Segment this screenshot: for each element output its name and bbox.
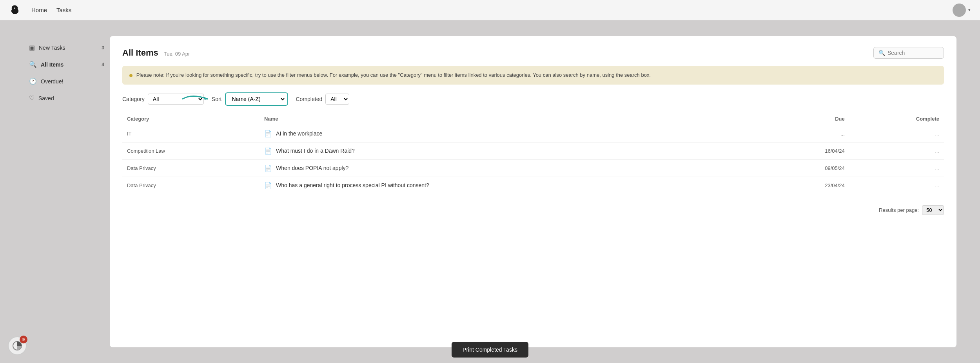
col-header-complete: Complete [849, 113, 944, 125]
cell-category: Data Privacy [122, 159, 260, 177]
svg-point-0 [14, 7, 15, 9]
completed-select[interactable]: All Yes No [325, 94, 349, 105]
info-box: Please note: If you're looking for somet… [122, 66, 944, 85]
sidebar-item-all-items[interactable]: 🔍 All Items 4 [24, 57, 110, 72]
cell-complete: ... [849, 177, 944, 194]
completed-filter-group: Completed All Yes No [296, 94, 350, 105]
items-table: Category Name Due Complete IT📄AI in the … [122, 113, 944, 194]
category-filter-group: Category All IT Competition Law Data Pri… [122, 94, 204, 105]
user-menu[interactable]: ▾ [953, 4, 971, 17]
panel-header: All Items Tue, 09 Apr 🔍 [122, 47, 944, 59]
cell-category: Competition Law [122, 142, 260, 159]
results-per-page-label: Results per page: [879, 207, 919, 213]
per-page-select[interactable]: 10 25 50 100 [922, 205, 944, 215]
bottom-bar: Print Completed Tasks [0, 336, 980, 363]
col-header-due: Due [765, 113, 849, 125]
top-navigation: Home Tasks ▾ [0, 0, 980, 20]
cell-due: 23/04/24 [765, 177, 849, 194]
sidebar-label-new-tasks: New Tasks [39, 45, 65, 51]
sidebar-label-all-items: All Items [41, 61, 64, 68]
circle-icon-button[interactable]: 9 [8, 336, 27, 355]
nav-home[interactable]: Home [31, 7, 47, 13]
item-name-text: Who has a general right to process speci… [276, 182, 429, 188]
sidebar-item-saved[interactable]: ♡ Saved [24, 90, 110, 106]
pagination-row: Results per page: 10 25 50 100 [122, 205, 944, 215]
sidebar: ▣ New Tasks 3 🔍 All Items 4 🕐 Overdue! ♡… [24, 36, 110, 347]
item-name-text: What must I do in a Dawn Raid? [276, 148, 355, 154]
content-panel: All Items Tue, 09 Apr 🔍 Please note: If … [110, 36, 956, 347]
saved-icon: ♡ [29, 94, 34, 102]
all-items-badge: 4 [102, 62, 104, 67]
cell-name[interactable]: 📄AI in the workplace [260, 125, 765, 142]
sidebar-label-saved: Saved [38, 95, 54, 101]
sort-select-wrapper: Name (A-Z) Name (Z-A) Due (Ascending) Du… [225, 92, 288, 106]
nav-tasks[interactable]: Tasks [56, 7, 71, 13]
cell-name[interactable]: 📄Who has a general right to process spec… [260, 177, 765, 194]
doc-icon: 📄 [264, 164, 272, 172]
page-title: All Items [122, 48, 158, 58]
filter-row: Category All IT Competition Law Data Pri… [122, 92, 944, 106]
svg-marker-1 [204, 97, 208, 100]
search-input[interactable] [887, 50, 938, 56]
col-header-category: Category [122, 113, 260, 125]
cell-complete: ... [849, 159, 944, 177]
main-layout: ▣ New Tasks 3 🔍 All Items 4 🕐 Overdue! ♡… [0, 20, 980, 363]
table-row[interactable]: IT📄AI in the workplace...... [122, 125, 944, 142]
doc-icon: 📄 [264, 182, 272, 189]
sidebar-item-new-tasks[interactable]: ▣ New Tasks 3 [24, 40, 110, 55]
info-dot [129, 74, 132, 77]
doc-icon: 📄 [264, 130, 272, 137]
item-name-text: AI in the workplace [276, 130, 322, 137]
item-name-text: When does POPIA not apply? [276, 165, 348, 171]
search-box[interactable]: 🔍 [873, 47, 944, 59]
col-header-name: Name [260, 113, 765, 125]
cell-category: IT [122, 125, 260, 142]
cell-category: Data Privacy [122, 177, 260, 194]
sidebar-label-overdue: Overdue! [41, 78, 64, 85]
print-completed-button[interactable]: Print Completed Tasks [452, 342, 528, 358]
cell-name[interactable]: 📄What must I do in a Dawn Raid? [260, 142, 765, 159]
avatar [953, 4, 966, 17]
new-tasks-badge: 3 [102, 45, 104, 51]
panel-date: Tue, 09 Apr [164, 51, 190, 57]
sort-filter-group: Sort Name (A-Z) Name (Z-A) Due (Ascendin… [212, 92, 288, 106]
category-label: Category [122, 96, 145, 102]
all-items-icon: 🔍 [29, 61, 37, 68]
cell-name[interactable]: 📄When does POPIA not apply? [260, 159, 765, 177]
overdue-icon: 🕐 [29, 78, 37, 85]
table-row[interactable]: Competition Law📄What must I do in a Dawn… [122, 142, 944, 159]
chevron-down-icon: ▾ [968, 7, 971, 13]
sort-label: Sort [212, 96, 222, 102]
notification-badge: 9 [20, 336, 27, 343]
logo[interactable] [9, 3, 31, 17]
completed-label: Completed [296, 96, 323, 102]
info-text: Please note: If you're looking for somet… [136, 72, 651, 78]
bottom-left-widget[interactable]: 9 [8, 336, 27, 355]
new-tasks-icon: ▣ [29, 44, 35, 51]
cell-due: 16/04/24 [765, 142, 849, 159]
panel-title-area: All Items Tue, 09 Apr [122, 48, 190, 58]
category-select[interactable]: All IT Competition Law Data Privacy [148, 94, 204, 105]
cell-due: ... [765, 125, 849, 142]
table-row[interactable]: Data Privacy📄Who has a general right to … [122, 177, 944, 194]
table-row[interactable]: Data Privacy📄When does POPIA not apply?0… [122, 159, 944, 177]
cell-complete: ... [849, 125, 944, 142]
sidebar-item-overdue[interactable]: 🕐 Overdue! [24, 74, 110, 89]
cell-due: 09/05/24 [765, 159, 849, 177]
doc-icon: 📄 [264, 147, 272, 155]
search-icon: 🔍 [878, 50, 885, 56]
sort-select[interactable]: Name (A-Z) Name (Z-A) Due (Ascending) Du… [227, 94, 286, 104]
cell-complete: ... [849, 142, 944, 159]
